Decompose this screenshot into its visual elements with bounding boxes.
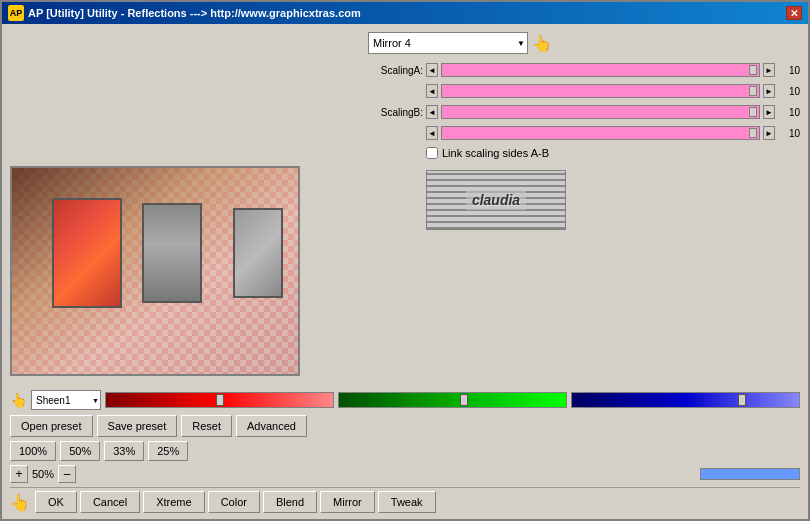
pct-100-button[interactable]: 100%	[10, 441, 56, 461]
logo-preview: claudia	[426, 170, 566, 230]
preset-dropdown[interactable]: Mirror 4 Mirror 1 Mirror 2 Mirror 3	[368, 32, 528, 54]
full-bottom: 👆 Sheen1 Sheen2 Sheen3 ▼	[2, 386, 808, 519]
color-slider-blue[interactable]	[571, 392, 800, 408]
open-preset-button[interactable]: Open preset	[10, 415, 93, 437]
slider-b2-right-arrow[interactable]: ►	[763, 126, 775, 140]
slider-a1-thumb	[749, 65, 757, 75]
slider-b1-track[interactable]	[441, 105, 760, 119]
slider-b2-track[interactable]	[441, 126, 760, 140]
save-preset-button[interactable]: Save preset	[97, 415, 178, 437]
link-scaling-label: Link scaling sides A-B	[442, 147, 549, 159]
blend-button[interactable]: Blend	[263, 491, 317, 513]
preview-section	[10, 30, 360, 386]
main-layout: Mirror 4 Mirror 1 Mirror 2 Mirror 3 ▼ 👆 …	[2, 24, 808, 519]
slider-b2-left-arrow[interactable]: ◄	[426, 126, 438, 140]
scaling-b-label: ScalingB:	[368, 107, 423, 118]
slider-a2-track[interactable]	[441, 84, 760, 98]
slider-a2-value: 10	[778, 86, 800, 97]
sheen-row: 👆 Sheen1 Sheen2 Sheen3 ▼	[10, 390, 800, 410]
cancel-button[interactable]: Cancel	[80, 491, 140, 513]
bottom-buttons-row: 👆 OK Cancel Xtreme Color Blend Mirror Tw…	[10, 491, 800, 513]
hand-pointer-icon-3: 👆	[10, 493, 30, 512]
tweak-button[interactable]: Tweak	[378, 491, 436, 513]
top-area: Mirror 4 Mirror 1 Mirror 2 Mirror 3 ▼ 👆 …	[2, 24, 808, 386]
window-body: Mirror 4 Mirror 1 Mirror 2 Mirror 3 ▼ 👆 …	[2, 24, 808, 519]
preset-dropdown-wrapper[interactable]: Mirror 4 Mirror 1 Mirror 2 Mirror 3 ▼	[368, 32, 528, 54]
green-slider-thumb	[460, 394, 468, 406]
gallery-artwork-3	[233, 208, 283, 298]
reset-button[interactable]: Reset	[181, 415, 232, 437]
scaling-a-label: ScalingA:	[368, 65, 423, 76]
pct-25-button[interactable]: 25%	[148, 441, 188, 461]
zoom-plus-button[interactable]: +	[10, 465, 28, 483]
close-button[interactable]: ✕	[786, 6, 802, 20]
xtreme-button[interactable]: Xtreme	[143, 491, 204, 513]
blue-slider-thumb	[738, 394, 746, 406]
zoom-value: 50%	[32, 468, 54, 480]
slider-b2-thumb	[749, 128, 757, 138]
main-window: AP AP [Utility] Utility - Reflections --…	[0, 0, 810, 521]
scaling-a-row-1: ScalingA: ◄ ► 10	[368, 61, 800, 79]
window-title: AP [Utility] Utility - Reflections ---> …	[28, 7, 361, 19]
pct-50-button[interactable]: 50%	[60, 441, 100, 461]
slider-a2-thumb	[749, 86, 757, 96]
slider-a1-value: 10	[778, 65, 800, 76]
scaling-a-row-2: ◄ ► 10	[368, 82, 800, 100]
preview-image	[10, 166, 300, 376]
percent-row: 100% 50% 33% 25%	[10, 441, 800, 461]
slider-b1-value: 10	[778, 107, 800, 118]
ok-button[interactable]: OK	[35, 491, 77, 513]
mirror-button[interactable]: Mirror	[320, 491, 375, 513]
sheen-dropdown-wrapper[interactable]: Sheen1 Sheen2 Sheen3 ▼	[31, 390, 101, 410]
slider-b1-right-arrow[interactable]: ►	[763, 105, 775, 119]
slider-a2-right-arrow[interactable]: ►	[763, 84, 775, 98]
color-slider-red[interactable]	[105, 392, 334, 408]
slider-a1-left-arrow[interactable]: ◄	[426, 63, 438, 77]
title-bar-left: AP AP [Utility] Utility - Reflections --…	[8, 5, 361, 21]
zoom-bar	[700, 468, 800, 480]
slider-b1-left-arrow[interactable]: ◄	[426, 105, 438, 119]
zoom-row: + 50% –	[10, 465, 800, 483]
zoom-minus-button[interactable]: –	[58, 465, 76, 483]
gallery-artwork-1	[52, 198, 122, 308]
color-slider-green[interactable]	[338, 392, 567, 408]
link-scaling-checkbox[interactable]	[426, 147, 438, 159]
advanced-button[interactable]: Advanced	[236, 415, 307, 437]
gallery-artwork-2	[142, 203, 202, 303]
link-scaling-row: Link scaling sides A-B	[426, 147, 800, 159]
app-icon: AP	[8, 5, 24, 21]
hand-pointer-icon: 👆	[532, 34, 552, 53]
sheen-dropdown[interactable]: Sheen1 Sheen2 Sheen3	[31, 390, 101, 410]
controls-section: Mirror 4 Mirror 1 Mirror 2 Mirror 3 ▼ 👆 …	[368, 30, 800, 386]
color-button[interactable]: Color	[208, 491, 260, 513]
slider-a1-track[interactable]	[441, 63, 760, 77]
pct-33-button[interactable]: 33%	[104, 441, 144, 461]
separator	[10, 487, 800, 488]
scaling-b-row-1: ScalingB: ◄ ► 10	[368, 103, 800, 121]
slider-a1-right-arrow[interactable]: ►	[763, 63, 775, 77]
hand-pointer-icon-2: 👆	[10, 392, 27, 408]
scaling-b-row-2: ◄ ► 10	[368, 124, 800, 142]
logo-text: claudia	[466, 190, 526, 210]
slider-b1-thumb	[749, 107, 757, 117]
slider-b2-value: 10	[778, 128, 800, 139]
dropdown-row: Mirror 4 Mirror 1 Mirror 2 Mirror 3 ▼ 👆	[368, 32, 800, 54]
title-bar: AP AP [Utility] Utility - Reflections --…	[2, 2, 808, 24]
red-slider-thumb	[216, 394, 224, 406]
slider-a2-left-arrow[interactable]: ◄	[426, 84, 438, 98]
preset-buttons-row: Open preset Save preset Reset Advanced	[10, 415, 800, 437]
